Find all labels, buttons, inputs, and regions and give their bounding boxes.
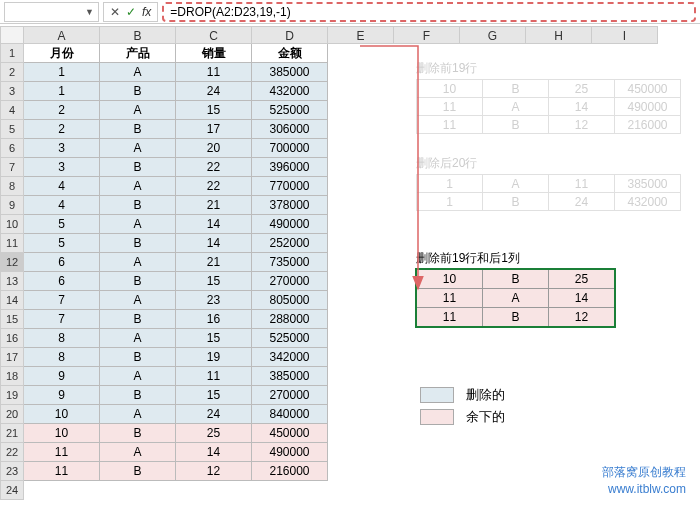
cell[interactable]: 23 (176, 291, 252, 310)
row-header[interactable]: 1 (0, 44, 24, 63)
cell[interactable]: 21 (176, 196, 252, 215)
cell[interactable]: 378000 (252, 196, 328, 215)
row-header[interactable]: 6 (0, 139, 24, 158)
row-header[interactable]: 9 (0, 196, 24, 215)
cell[interactable]: 270000 (252, 386, 328, 405)
cell[interactable]: B (100, 120, 176, 139)
row-header[interactable]: 22 (0, 443, 24, 462)
row-header[interactable]: 8 (0, 177, 24, 196)
cell[interactable]: 7 (24, 291, 100, 310)
cell[interactable]: 1 (24, 82, 100, 101)
select-all-corner[interactable] (0, 26, 24, 44)
row-header[interactable]: 12 (0, 253, 24, 272)
row-header[interactable]: 5 (0, 120, 24, 139)
cell[interactable]: A (100, 291, 176, 310)
cell[interactable]: 17 (176, 120, 252, 139)
cell[interactable]: A (100, 63, 176, 82)
cell[interactable]: 22 (176, 158, 252, 177)
fx-icon[interactable]: fx (142, 5, 151, 19)
col-header-E[interactable]: E (328, 26, 394, 44)
col-header-D[interactable]: D (252, 26, 328, 44)
cell[interactable]: B (100, 272, 176, 291)
cancel-icon[interactable]: ✕ (110, 5, 120, 19)
row-header[interactable]: 24 (0, 481, 24, 500)
cell[interactable]: 24 (176, 405, 252, 424)
cell[interactable]: 11 (176, 367, 252, 386)
cell[interactable]: B (100, 462, 176, 481)
cell[interactable]: 11 (24, 443, 100, 462)
cell[interactable]: 8 (24, 348, 100, 367)
row-header[interactable]: 3 (0, 82, 24, 101)
cell[interactable]: 7 (24, 310, 100, 329)
cell[interactable]: B (100, 158, 176, 177)
cell[interactable]: 3 (24, 158, 100, 177)
cell[interactable]: 金额 (252, 44, 328, 63)
row-header[interactable]: 23 (0, 462, 24, 481)
cell[interactable]: 20 (176, 139, 252, 158)
cell[interactable]: 4 (24, 177, 100, 196)
col-header-G[interactable]: G (460, 26, 526, 44)
cell[interactable]: 14 (176, 234, 252, 253)
row-header[interactable]: 11 (0, 234, 24, 253)
cell[interactable]: 22 (176, 177, 252, 196)
cell[interactable]: B (100, 348, 176, 367)
cell[interactable]: 产品 (100, 44, 176, 63)
cell[interactable]: 8 (24, 329, 100, 348)
cell[interactable]: 5 (24, 215, 100, 234)
col-header-H[interactable]: H (526, 26, 592, 44)
cell[interactable]: 525000 (252, 329, 328, 348)
cell[interactable]: A (100, 443, 176, 462)
cell[interactable]: 11 (24, 462, 100, 481)
cell[interactable]: 5 (24, 234, 100, 253)
cell[interactable]: 9 (24, 386, 100, 405)
col-header-A[interactable]: A (24, 26, 100, 44)
col-header-B[interactable]: B (100, 26, 176, 44)
cell[interactable]: 24 (176, 82, 252, 101)
row-header[interactable]: 17 (0, 348, 24, 367)
cell[interactable]: 10 (24, 424, 100, 443)
cell[interactable]: 490000 (252, 215, 328, 234)
cell[interactable]: 306000 (252, 120, 328, 139)
cell[interactable]: A (100, 139, 176, 158)
row-header[interactable]: 7 (0, 158, 24, 177)
row-header[interactable]: 2 (0, 63, 24, 82)
row-header[interactable]: 15 (0, 310, 24, 329)
cell[interactable]: 735000 (252, 253, 328, 272)
cell[interactable]: 288000 (252, 310, 328, 329)
cell[interactable]: A (100, 405, 176, 424)
cell[interactable]: B (100, 310, 176, 329)
cell[interactable]: 14 (176, 215, 252, 234)
cell[interactable]: B (100, 82, 176, 101)
name-box[interactable]: ▼ (4, 2, 99, 22)
row-header[interactable]: 13 (0, 272, 24, 291)
cell[interactable]: 月份 (24, 44, 100, 63)
cell[interactable]: 385000 (252, 63, 328, 82)
cell[interactable]: A (100, 367, 176, 386)
cell[interactable]: 19 (176, 348, 252, 367)
cell[interactable]: A (100, 101, 176, 120)
cell[interactable]: A (100, 215, 176, 234)
cell[interactable]: 6 (24, 272, 100, 291)
cell[interactable]: B (100, 424, 176, 443)
result-body[interactable]: 10B2511A1411B12 (416, 269, 615, 327)
row-header[interactable]: 18 (0, 367, 24, 386)
cell[interactable]: 805000 (252, 291, 328, 310)
cell[interactable]: 525000 (252, 101, 328, 120)
cell[interactable]: B (100, 234, 176, 253)
cell[interactable]: 770000 (252, 177, 328, 196)
cell[interactable]: 385000 (252, 367, 328, 386)
col-header-C[interactable]: C (176, 26, 252, 44)
cell[interactable]: B (100, 196, 176, 215)
cell[interactable]: B (100, 386, 176, 405)
name-box-dropdown-icon[interactable]: ▼ (85, 7, 94, 17)
cell[interactable]: 840000 (252, 405, 328, 424)
cell[interactable]: 9 (24, 367, 100, 386)
cell[interactable]: 2 (24, 120, 100, 139)
row-header[interactable]: 10 (0, 215, 24, 234)
cell[interactable]: 10 (24, 405, 100, 424)
cell[interactable]: 销量 (176, 44, 252, 63)
cell[interactable]: 11 (176, 63, 252, 82)
cell[interactable]: A (100, 329, 176, 348)
col-header-I[interactable]: I (592, 26, 658, 44)
cell[interactable]: A (100, 177, 176, 196)
